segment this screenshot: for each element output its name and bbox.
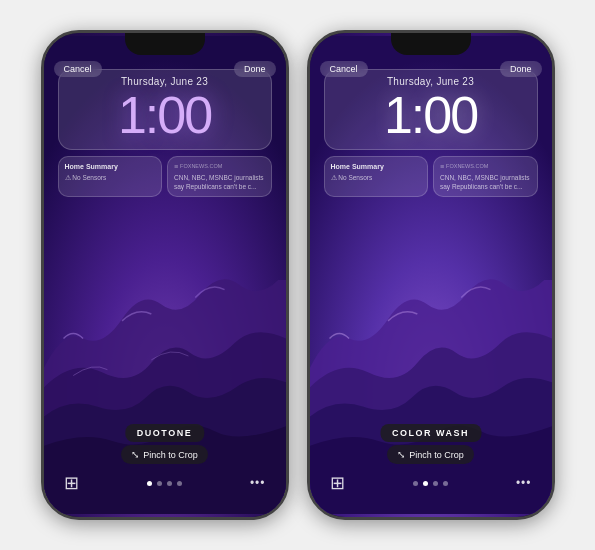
left-top-buttons: Cancel Done	[54, 61, 276, 77]
right-phone-container: Cancel Done Thursday, June 23 1:00 Home …	[307, 30, 555, 520]
left-widgets-row: Home Summary ⚠ No Sensors FOXNEWS.COM CN…	[58, 156, 272, 197]
right-bottom-bar: ⤡ Pinch to Crop ⊞ •••	[310, 445, 552, 517]
right-home-widget: Home Summary ⚠ No Sensors	[324, 156, 429, 197]
left-lockscreen: Thursday, June 23 1:00 Home Summary ⚠ No…	[44, 61, 286, 197]
right-more-icon[interactable]: •••	[516, 476, 532, 490]
left-done-button[interactable]: Done	[234, 61, 276, 77]
left-dot-1	[147, 481, 152, 486]
left-pinch-crop: ⤡ Pinch to Crop	[121, 445, 208, 464]
left-more-icon[interactable]: •••	[250, 476, 266, 490]
left-pinch-label: Pinch to Crop	[143, 450, 198, 460]
right-dot-2	[423, 481, 428, 486]
left-bottom-bar: ⤡ Pinch to Crop ⊞ •••	[44, 445, 286, 517]
left-news-source: FOXNEWS.COM	[174, 162, 265, 172]
right-cancel-button[interactable]: Cancel	[320, 61, 368, 77]
left-home-subtitle: ⚠ No Sensors	[65, 173, 156, 182]
left-bottom-controls: ⊞ •••	[44, 472, 286, 504]
left-home-widget: Home Summary ⚠ No Sensors	[58, 156, 163, 197]
right-dot-4	[443, 481, 448, 486]
right-date-time-widget: Thursday, June 23 1:00	[324, 69, 538, 150]
right-home-subtitle: ⚠ No Sensors	[331, 173, 422, 182]
left-dot-4	[177, 481, 182, 486]
left-dot-2	[157, 481, 162, 486]
left-news-widget: FOXNEWS.COM CNN, NBC, MSNBC journalists …	[167, 156, 272, 197]
right-bottom-controls: ⊞ •••	[310, 472, 552, 504]
right-filter-badge: COLOR WASH	[380, 424, 481, 442]
left-photo-library-icon[interactable]: ⊞	[64, 472, 79, 494]
right-time: 1:00	[335, 89, 527, 141]
right-lockscreen: Thursday, June 23 1:00 Home Summary ⚠ No…	[310, 61, 552, 197]
right-phone: Cancel Done Thursday, June 23 1:00 Home …	[307, 30, 555, 520]
left-time: 1:00	[69, 89, 261, 141]
left-dots	[147, 481, 182, 486]
right-dots	[413, 481, 448, 486]
right-home-title: Home Summary	[331, 162, 422, 172]
left-date-time-widget: Thursday, June 23 1:00	[58, 69, 272, 150]
left-news-text: CNN, NBC, MSNBC journalists say Republic…	[174, 173, 265, 191]
left-home-title: Home Summary	[65, 162, 156, 172]
left-filter-badge: DUOTONE	[125, 424, 204, 442]
right-done-button[interactable]: Done	[500, 61, 542, 77]
right-photo-library-icon[interactable]: ⊞	[330, 472, 345, 494]
right-pinch-icon: ⤡	[397, 449, 405, 460]
right-dot-3	[433, 481, 438, 486]
right-news-widget: FOXNEWS.COM CNN, NBC, MSNBC journalists …	[433, 156, 538, 197]
left-phone: Cancel Done Thursday, June 23 1:00 Home …	[41, 30, 289, 520]
right-top-buttons: Cancel Done	[320, 61, 542, 77]
left-cancel-button[interactable]: Cancel	[54, 61, 102, 77]
right-pinch-crop: ⤡ Pinch to Crop	[387, 445, 474, 464]
right-pinch-label: Pinch to Crop	[409, 450, 464, 460]
right-news-text: CNN, NBC, MSNBC journalists say Republic…	[440, 173, 531, 191]
left-phone-container: Cancel Done Thursday, June 23 1:00 Home …	[41, 30, 289, 520]
left-dot-3	[167, 481, 172, 486]
right-news-source: FOXNEWS.COM	[440, 162, 531, 172]
right-widgets-row: Home Summary ⚠ No Sensors FOXNEWS.COM CN…	[324, 156, 538, 197]
right-dot-1	[413, 481, 418, 486]
left-pinch-icon: ⤡	[131, 449, 139, 460]
